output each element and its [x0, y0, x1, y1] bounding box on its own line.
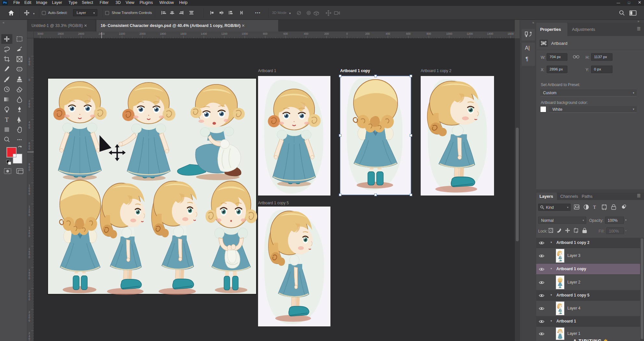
svg-text:0: 0 — [29, 78, 30, 82]
svg-text:400: 400 — [386, 32, 390, 35]
svg-text:1200: 1200 — [221, 32, 228, 35]
svg-text:0: 0 — [29, 147, 30, 150]
svg-text:1400: 1400 — [487, 32, 493, 35]
svg-text:2800: 2800 — [58, 32, 64, 35]
svg-text:1000: 1000 — [446, 32, 452, 35]
svg-text:T: T — [5, 116, 9, 123]
svg-text:0: 0 — [346, 32, 348, 35]
svg-text:Artboard 1 copy 2: Artboard 1 copy 2 — [421, 69, 452, 73]
svg-text:0: 0 — [29, 168, 30, 171]
svg-text:1600: 1600 — [508, 32, 514, 35]
svg-text:1200: 1200 — [467, 32, 473, 35]
svg-text:0: 0 — [29, 213, 30, 217]
svg-text:0: 0 — [29, 234, 30, 238]
svg-text:400: 400 — [304, 32, 308, 35]
svg-text:1000: 1000 — [242, 32, 248, 35]
svg-text:0: 0 — [29, 126, 30, 129]
svg-text:2200: 2200 — [119, 32, 125, 35]
svg-text:0: 0 — [29, 277, 30, 280]
svg-text:1400: 1400 — [201, 32, 207, 35]
svg-text:800: 800 — [263, 32, 267, 35]
svg-text:600: 600 — [406, 32, 411, 35]
svg-text:0: 0 — [29, 319, 30, 322]
svg-text:200: 200 — [365, 32, 370, 35]
svg-text:0: 0 — [29, 192, 30, 196]
svg-text:Artboard 1: Artboard 1 — [258, 69, 276, 73]
svg-text:3000: 3000 — [37, 32, 43, 35]
svg-text:2000: 2000 — [140, 32, 146, 35]
svg-text:Artboard 1 copy 5: Artboard 1 copy 5 — [258, 201, 289, 205]
svg-text:T: T — [593, 205, 596, 210]
svg-text:Artboard 1 copy: Artboard 1 copy — [340, 69, 370, 73]
svg-text:0: 0 — [29, 256, 30, 259]
svg-text:2600: 2600 — [78, 32, 84, 35]
svg-text:0: 0 — [29, 340, 30, 341]
svg-text:600: 600 — [283, 32, 288, 35]
svg-text:0: 0 — [29, 105, 30, 108]
svg-text:1800: 1800 — [160, 32, 166, 35]
svg-text:200: 200 — [324, 32, 329, 35]
svg-text:1600: 1600 — [180, 32, 187, 35]
svg-text:0: 0 — [29, 298, 30, 301]
svg-text:800: 800 — [427, 32, 431, 35]
svg-text:0: 0 — [29, 63, 30, 66]
